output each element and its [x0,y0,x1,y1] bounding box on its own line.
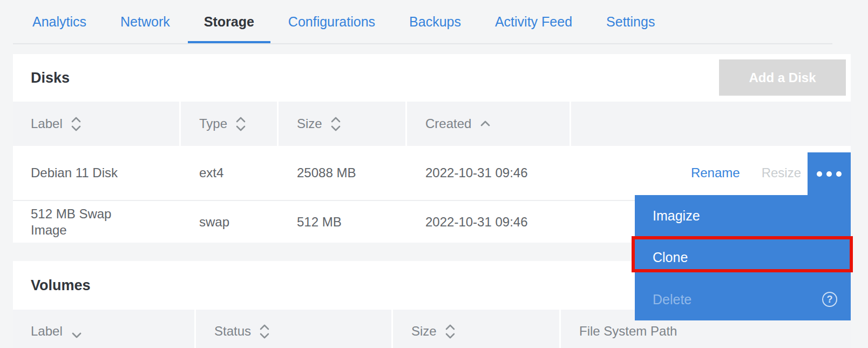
sort-both-icon [330,116,342,132]
ellipsis-dot [826,171,832,177]
sort-both-icon [70,116,82,132]
sort-both-icon [444,323,456,340]
disks-column-type[interactable]: Type [181,102,277,146]
tab-configurations[interactable]: Configurations [288,0,375,30]
volumes-column-status[interactable]: Status [196,310,391,348]
disks-title: Disks [31,54,70,102]
disks-column-created[interactable]: Created [407,102,569,146]
sort-ascending-icon [479,119,492,128]
volumes-column-label[interactable]: Label [13,310,194,348]
disk-label-cell: Debian 11 Disk [13,165,179,180]
disks-panel-header: Disks Add a Disk [13,54,851,102]
menu-item-clone[interactable]: Clone [635,237,851,278]
rename-link[interactable]: Rename [691,165,740,180]
tab-activity-feed[interactable]: Activity Feed [495,0,572,30]
more-actions-button[interactable] [808,152,851,195]
disks-column-size[interactable]: Size [279,102,405,146]
sort-both-icon [235,116,247,132]
menu-item-delete[interactable]: Delete ? [635,279,851,320]
disk-label-cell: 512 MB Swap Image [13,206,179,238]
disk-size-cell: 512 MB [279,215,405,230]
tab-settings[interactable]: Settings [606,0,655,30]
add-disk-button[interactable]: Add a Disk [719,59,846,96]
disk-created-cell: 2022-10-31 09:46 [407,215,569,230]
disks-table-header: Label Type Size [13,102,851,146]
disks-column-actions [571,102,851,146]
disk-type-cell: swap [181,215,277,230]
tab-storage[interactable]: Storage [204,0,254,30]
ellipsis-dot [836,171,842,177]
resize-link[interactable]: Resize [762,165,801,180]
disks-column-label[interactable]: Label [13,102,179,146]
tab-backups[interactable]: Backups [409,0,461,30]
menu-item-imagize[interactable]: Imagize [635,195,851,237]
sort-descending-icon [70,331,83,340]
tab-bar: Analytics Network Storage Configurations… [0,0,868,45]
sort-both-icon [259,323,270,340]
disk-created-cell: 2022-10-31 09:46 [407,165,569,180]
tabbar-divider [13,43,832,44]
tab-network[interactable]: Network [120,0,170,30]
help-icon[interactable]: ? [822,292,837,307]
tab-analytics[interactable]: Analytics [32,0,86,30]
disk-actions-menu: Imagize Clone Delete ? [635,195,851,320]
volumes-title: Volumes [31,261,91,310]
volumes-column-size[interactable]: Size [393,310,559,348]
table-row-debian-disk: Debian 11 Disk ext4 25088 MB 2022-10-31 … [13,146,851,200]
ellipsis-dot [817,171,822,177]
disk-size-cell: 25088 MB [279,165,405,180]
disk-type-cell: ext4 [181,165,277,180]
linode-storage-page: Analytics Network Storage Configurations… [0,0,868,348]
